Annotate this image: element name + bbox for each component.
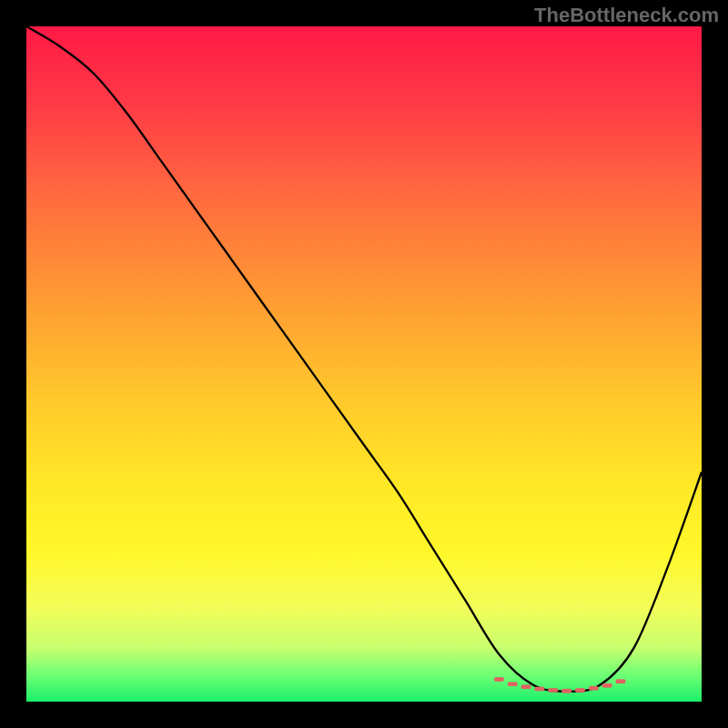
optimal-range-dot [553,688,558,693]
optimal-range-dot [581,688,585,693]
optimal-range-dot [540,686,544,691]
optimal-range-dot [567,689,571,693]
optimal-range-dot [500,677,504,682]
chart-svg [26,26,702,702]
optimal-range-dot [527,684,531,689]
optimal-range-dot [621,679,625,683]
optimal-range-dot [594,686,599,691]
optimal-range-dot [513,682,518,686]
optimal-range-dot [608,683,612,688]
chart-plot-area [26,26,702,702]
bottleneck-curve-path [26,26,702,692]
watermark-text: TheBottleneck.com [534,4,719,27]
